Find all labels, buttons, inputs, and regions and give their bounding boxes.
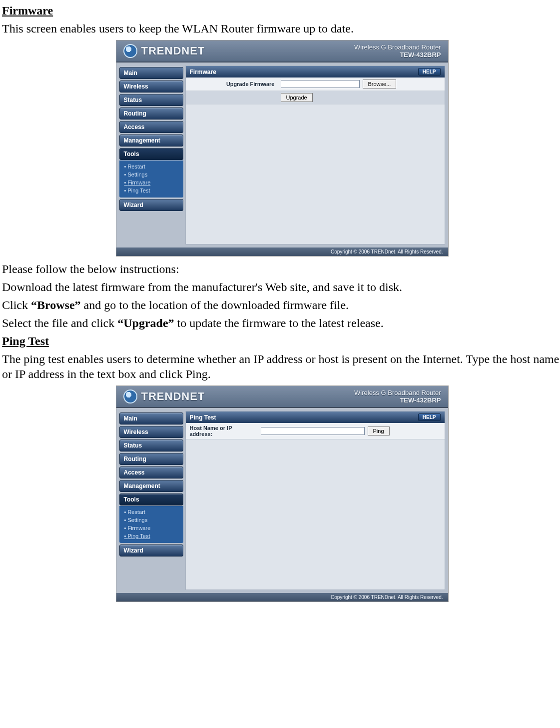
nav-tools[interactable]: Tools bbox=[119, 148, 183, 160]
section-heading-pingtest: Ping Test bbox=[2, 334, 49, 348]
brand-block: TRENDNET bbox=[123, 390, 205, 404]
upgrade-firmware-label: Upgrade Firmware bbox=[190, 81, 281, 87]
subnav-restart[interactable]: • Restart bbox=[124, 162, 180, 170]
product-line: Wireless G Broadband Router bbox=[354, 44, 441, 51]
router-header: TRENDNET Wireless G Broadband Router TEW… bbox=[116, 386, 448, 408]
router-footer: Copyright © 2006 TRENDnet. All Rights Re… bbox=[116, 248, 448, 256]
browse-button[interactable]: Browse... bbox=[363, 80, 397, 88]
router-header: TRENDNET Wireless G Broadband Router TEW… bbox=[116, 40, 448, 62]
brand-logo-icon bbox=[123, 390, 137, 404]
nav-management[interactable]: Management bbox=[119, 480, 183, 492]
nav-access[interactable]: Access bbox=[119, 121, 183, 133]
nav-wizard[interactable]: Wizard bbox=[119, 199, 183, 211]
brand-text: TRENDNET bbox=[141, 390, 205, 403]
brand-text: TRENDNET bbox=[141, 44, 205, 58]
help-button[interactable]: HELP bbox=[418, 68, 441, 76]
nav-routing[interactable]: Routing bbox=[119, 453, 183, 465]
panel-title: Firmware bbox=[190, 68, 216, 76]
ping-button[interactable]: Ping bbox=[368, 426, 390, 436]
content-panel: Firmware HELP Upgrade Firmware Browse...… bbox=[185, 66, 445, 244]
panel-title: Ping Test bbox=[190, 414, 216, 421]
help-button[interactable]: HELP bbox=[418, 414, 441, 421]
subnav-pingtest[interactable]: • Ping Test bbox=[124, 532, 180, 540]
upgrade-button[interactable]: Upgrade bbox=[281, 93, 313, 102]
nav-wizard[interactable]: Wizard bbox=[119, 544, 183, 556]
product-model: TEW-432BRP bbox=[354, 51, 441, 58]
nav-routing[interactable]: Routing bbox=[119, 108, 183, 120]
subnav-settings[interactable]: • Settings bbox=[124, 516, 180, 524]
instructions-lead: Please follow the below instructions: bbox=[2, 262, 560, 276]
product-line: Wireless G Broadband Router bbox=[354, 389, 441, 396]
pingtest-screenshot: TRENDNET Wireless G Broadband Router TEW… bbox=[116, 386, 449, 602]
nav-tools[interactable]: Tools bbox=[119, 494, 183, 506]
brand-logo-icon bbox=[123, 44, 137, 58]
firmware-screenshot: TRENDNET Wireless G Broadband Router TEW… bbox=[116, 40, 449, 256]
nav-wireless[interactable]: Wireless bbox=[119, 80, 183, 92]
subnav-restart[interactable]: • Restart bbox=[124, 508, 180, 516]
ping-host-label: Host Name or IP address: bbox=[190, 425, 261, 437]
subnav-firmware[interactable]: • Firmware bbox=[124, 178, 180, 186]
firmware-file-input[interactable] bbox=[281, 80, 360, 88]
content-panel: Ping Test HELP Host Name or IP address: … bbox=[185, 411, 445, 590]
subnav-pingtest[interactable]: • Ping Test bbox=[124, 186, 180, 194]
section-heading-firmware: Firmware bbox=[2, 4, 53, 17]
product-title-block: Wireless G Broadband Router TEW-432BRP bbox=[354, 389, 441, 404]
nav-main[interactable]: Main bbox=[119, 67, 183, 79]
nav-main[interactable]: Main bbox=[119, 412, 183, 424]
sidebar: Main Wireless Status Routing Access Mana… bbox=[116, 408, 183, 593]
nav-status[interactable]: Status bbox=[119, 94, 183, 106]
nav-access[interactable]: Access bbox=[119, 466, 183, 478]
ping-host-input[interactable] bbox=[261, 427, 365, 435]
nav-management[interactable]: Management bbox=[119, 134, 183, 146]
subnav-settings[interactable]: • Settings bbox=[124, 170, 180, 178]
instruction-step-3: Select the file and click “Upgrade” to u… bbox=[2, 316, 560, 330]
instruction-step-1: Download the latest firmware from the ma… bbox=[2, 280, 560, 294]
subnav-firmware[interactable]: • Firmware bbox=[124, 524, 180, 532]
product-model: TEW-432BRP bbox=[354, 396, 441, 404]
firmware-intro-text: This screen enables users to keep the WL… bbox=[2, 21, 560, 36]
tools-submenu: • Restart • Settings • Firmware • Ping T… bbox=[119, 160, 183, 198]
instruction-step-2: Click “Browse” and go to the location of… bbox=[2, 298, 560, 312]
pingtest-intro-text: The ping test enables users to determine… bbox=[2, 352, 560, 382]
sidebar: Main Wireless Status Routing Access Mana… bbox=[116, 62, 183, 248]
brand-block: TRENDNET bbox=[123, 44, 205, 58]
nav-status[interactable]: Status bbox=[119, 440, 183, 452]
nav-wireless[interactable]: Wireless bbox=[119, 426, 183, 438]
product-title-block: Wireless G Broadband Router TEW-432BRP bbox=[354, 44, 441, 58]
tools-submenu: • Restart • Settings • Firmware • Ping T… bbox=[119, 506, 183, 543]
router-footer: Copyright © 2006 TRENDnet. All Rights Re… bbox=[116, 593, 448, 602]
